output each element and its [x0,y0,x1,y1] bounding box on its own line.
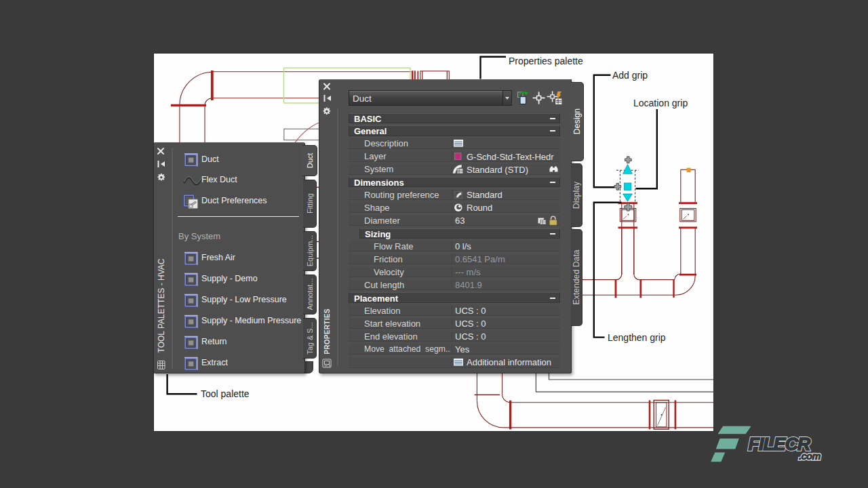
svg-text:.com: .com [799,451,821,462]
